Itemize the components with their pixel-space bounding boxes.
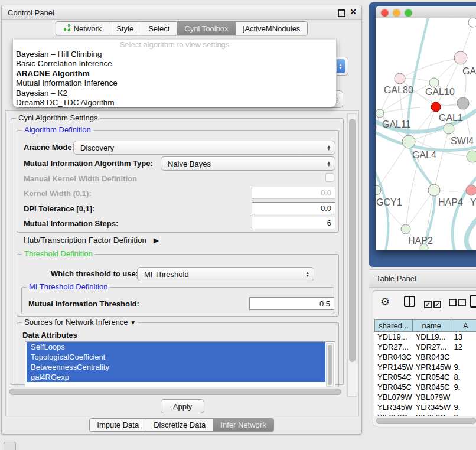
table-row[interactable]: YER054CYER054C8. <box>374 372 476 382</box>
tab-cyni-toolbox[interactable]: Cyni Toolbox <box>177 22 235 35</box>
table-row[interactable]: YBL079WYBL079W <box>374 392 476 402</box>
network-canvas[interactable]: GALGAL80GAL10GAL11GAL1SWI4GAL4GCY1HAP4YH… <box>376 18 476 250</box>
zoom-traffic-light[interactable] <box>405 9 412 17</box>
edit-table-icon[interactable] <box>470 295 476 308</box>
table-header-row: shared...nameA <box>374 319 476 332</box>
hub-definition-disclosure[interactable]: Hub/Transcription Factor Definition ▶ <box>24 236 159 244</box>
tab-label: Cyni Toolbox <box>184 24 228 33</box>
network-edge-highlighted <box>376 166 388 250</box>
network-node[interactable] <box>454 51 467 64</box>
dpi-tolerance-label: DPI Tolerance [0,1]: <box>24 204 94 213</box>
algorithm-options: Bayesian – Hill ClimbingBasic Correlatio… <box>13 49 336 107</box>
dpi-tolerance-field[interactable]: 0.0 <box>252 202 335 214</box>
table-horizontal-scrollbar-thumb[interactable] <box>376 418 476 424</box>
network-node[interactable] <box>466 185 476 195</box>
table-cell: YBR043C <box>413 352 451 362</box>
list-scrollbar[interactable] <box>326 343 334 387</box>
table-cell: YBL079W <box>413 392 451 402</box>
mi-steps-field[interactable]: 6 <box>252 217 335 229</box>
sources-disclosure[interactable]: Sources for Network Inference ▼ <box>22 318 138 327</box>
algorithm-option[interactable]: Bayesian – K2 <box>13 88 336 98</box>
data-attribute-item[interactable]: BetweennessCentrality <box>27 362 325 372</box>
mi-algorithm-type-combo[interactable]: Naive Bayes ▲▼ <box>161 156 335 171</box>
network-edge-highlighted <box>408 18 429 142</box>
network-node[interactable] <box>402 135 415 148</box>
which-threshold-label: Which threshold to use: <box>51 269 138 278</box>
which-threshold-combo[interactable]: MI Threshold ▲▼ <box>137 267 314 281</box>
table-cell: YER054C <box>413 372 451 382</box>
deselect-all-icon[interactable] <box>449 298 466 309</box>
minimize-traffic-light[interactable] <box>393 9 400 17</box>
table-row[interactable]: YIL053CYIL053C9 <box>374 412 476 416</box>
network-edge <box>376 142 409 190</box>
table-row[interactable]: YDR27...YDR27...12 <box>374 342 476 352</box>
collapsed-panel-button[interactable] <box>4 442 16 450</box>
data-attribute-item[interactable]: TopologicalCoefficient <box>27 352 325 362</box>
column-layout-icon[interactable] <box>404 296 415 307</box>
aracne-mode-label: Aracne Mode: <box>24 143 74 152</box>
control-panel-tabs: Network Style Select Cyni Toolbox jActiv… <box>2 21 361 35</box>
tab-network[interactable]: Network <box>56 22 109 35</box>
settings-vertical-scrollbar-thumb[interactable] <box>349 119 356 362</box>
mi-threshold-field[interactable]: 0.5 <box>249 297 334 310</box>
float-window-icon[interactable] <box>338 9 345 17</box>
tab-style[interactable]: Style <box>109 22 141 35</box>
algorithm-option[interactable]: Basic Correlation Inference <box>13 59 336 69</box>
apply-button[interactable]: Apply <box>161 399 204 413</box>
network-node[interactable] <box>395 73 405 84</box>
tab-infer-network[interactable]: Infer Network <box>213 419 273 431</box>
table-panel-header: Table Panel <box>369 269 476 288</box>
table-cell: YIL053C <box>413 412 451 416</box>
tab-jactivemnodules[interactable]: jActiveMNodules <box>236 22 308 35</box>
settings-horizontal-scrollbar[interactable] <box>7 387 346 396</box>
table-horizontal-scrollbar[interactable] <box>374 416 476 424</box>
network-node-label: HAP4 <box>438 197 463 207</box>
network-node[interactable] <box>376 109 384 118</box>
network-node[interactable] <box>401 224 410 234</box>
algorithm-option[interactable]: Bayesian – Hill Climbing <box>13 49 336 59</box>
algorithm-option[interactable]: Mutual Information Inference <box>13 79 336 89</box>
table-row[interactable]: YBR045CYBR045C9. <box>374 382 476 392</box>
algorithm-option[interactable]: ARACNE Algorithm <box>13 69 336 79</box>
data-attribute-item[interactable]: gal4RGexp <box>27 372 325 382</box>
table-cell: YBR043C <box>374 352 413 362</box>
table-row[interactable]: YBR043CYBR043C <box>374 352 476 362</box>
settings-vertical-scrollbar[interactable] <box>347 113 357 397</box>
table-row[interactable]: YLR345WYLR345W9. <box>374 402 476 412</box>
combo-arrows-icon: ▲▼ <box>306 271 309 277</box>
network-node[interactable] <box>444 123 454 134</box>
column-divider <box>409 297 410 306</box>
data-attribute-item[interactable]: SelfLoops <box>27 342 325 352</box>
tab-discretize-data[interactable]: Discretize Data <box>146 419 213 431</box>
network-node[interactable] <box>467 151 476 162</box>
table-row[interactable]: YDL19...YDL19...13 <box>374 332 476 342</box>
tab-impute-data[interactable]: Impute Data <box>90 419 146 431</box>
kernel-width-field[interactable]: 0.0 <box>252 187 335 199</box>
aracne-mode-combo[interactable]: Discovery ▲▼ <box>73 141 335 155</box>
algorithm-option[interactable]: Dream8 DC_TDC Algorithm <box>13 98 336 108</box>
table-cell: 9 <box>451 412 476 416</box>
list-scrollbar-thumb[interactable] <box>328 345 332 385</box>
algorithm-dropdown-popup: Select algorithm to view settings Bayesi… <box>12 40 337 107</box>
select-all-icon[interactable]: ✓✓ <box>424 298 441 309</box>
network-node[interactable] <box>428 184 440 196</box>
tab-select[interactable]: Select <box>141 22 177 35</box>
settings-horizontal-scrollbar-thumb[interactable] <box>9 389 341 395</box>
gear-icon[interactable]: ⚙ <box>380 295 390 308</box>
network-node[interactable] <box>431 102 441 112</box>
table-cell: 9. <box>451 402 476 412</box>
table-column-header[interactable]: A <box>451 319 476 332</box>
close-traffic-light[interactable] <box>381 9 389 17</box>
table-cell: 8. <box>451 372 476 382</box>
close-icon[interactable]: ✕ <box>350 7 357 17</box>
table-row[interactable]: YPR145WYPR145W9. <box>374 362 476 372</box>
table-column-header[interactable]: shared... <box>374 319 413 332</box>
table-column-header[interactable]: name <box>413 319 451 332</box>
manual-kernel-width-checkbox[interactable] <box>325 173 334 182</box>
table-panel-title: Table Panel <box>369 274 416 283</box>
network-edge-highlighted <box>467 213 476 250</box>
network-node[interactable] <box>457 97 469 109</box>
table-cell: YDL19... <box>374 332 413 342</box>
network-node[interactable] <box>468 18 476 27</box>
network-node[interactable] <box>429 78 439 87</box>
